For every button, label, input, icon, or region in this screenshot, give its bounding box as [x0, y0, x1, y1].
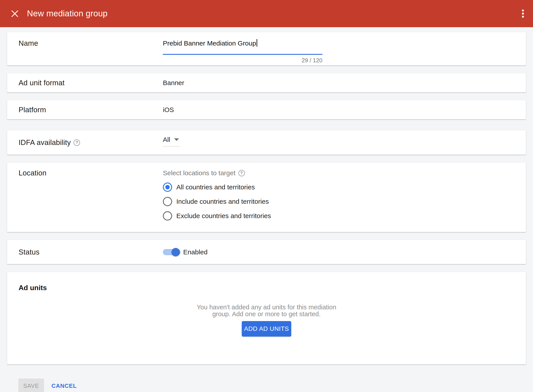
- radio-label: All countries and territories: [176, 183, 255, 191]
- platform-label: Platform: [19, 106, 163, 114]
- help-icon[interactable]: ?: [74, 140, 80, 146]
- idfa-label: IDFA availability: [19, 138, 71, 147]
- chevron-down-icon: [174, 138, 179, 141]
- radio-icon: [163, 211, 172, 220]
- toggle-knob-icon: [172, 248, 180, 256]
- save-button[interactable]: SAVE: [18, 378, 44, 392]
- empty-state-line: You haven't added any ad units for this …: [19, 304, 514, 311]
- ad-unit-format-label: Ad unit format: [19, 79, 163, 87]
- ad-units-heading: Ad units: [19, 284, 514, 292]
- platform-value: iOS: [163, 106, 174, 114]
- status-value: Enabled: [183, 248, 207, 256]
- name-input[interactable]: Prebid Banner Mediation Group: [163, 39, 323, 48]
- ad-units-card: Ad units You haven't added any ad units …: [7, 272, 526, 364]
- cancel-button[interactable]: CANCEL: [51, 383, 77, 389]
- radio-option-all-countries[interactable]: All countries and territories: [163, 182, 271, 192]
- help-icon[interactable]: ?: [238, 170, 245, 176]
- idfa-selected-value: All: [163, 135, 170, 144]
- radio-icon: [163, 182, 172, 192]
- add-ad-units-button[interactable]: ADD AD UNITS: [242, 321, 291, 336]
- idfa-select[interactable]: All: [163, 130, 180, 155]
- radio-option-include-countries[interactable]: Include countries and territories: [163, 197, 271, 206]
- select-underline: [163, 146, 180, 146]
- status-label: Status: [19, 248, 163, 256]
- name-label: Name: [19, 39, 163, 48]
- footer-actions: SAVE CANCEL: [7, 378, 526, 392]
- page-title: New mediation group: [27, 9, 108, 18]
- location-helper-text: Select locations to target: [163, 168, 236, 178]
- ad-unit-format-value: Banner: [163, 79, 184, 87]
- text-cursor: [257, 39, 257, 47]
- appbar: New mediation group: [0, 0, 533, 27]
- radio-option-exclude-countries[interactable]: Exclude countries and territories: [163, 211, 271, 221]
- name-input-value: Prebid Banner Mediation Group: [163, 40, 256, 47]
- input-underline: [163, 54, 323, 55]
- empty-state-line: group. Add one or more to get started.: [19, 311, 514, 317]
- close-icon[interactable]: [11, 10, 19, 18]
- platform-card: Platform iOS: [7, 100, 526, 119]
- status-card: Status Enabled: [7, 240, 526, 264]
- name-card: Name Prebid Banner Mediation Group 29 / …: [7, 32, 526, 65]
- location-label: Location: [19, 163, 163, 178]
- form-body: Name Prebid Banner Mediation Group 29 / …: [0, 27, 533, 392]
- radio-label: Exclude countries and territories: [176, 212, 271, 220]
- radio-label: Include countries and territories: [176, 198, 269, 205]
- kebab-menu-icon[interactable]: [522, 9, 524, 19]
- ad-unit-format-card: Ad unit format Banner: [7, 73, 526, 92]
- status-toggle[interactable]: [163, 249, 181, 255]
- char-counter: 29 / 120: [163, 57, 323, 64]
- radio-icon: [163, 197, 172, 206]
- idfa-card: IDFA availability ? All: [7, 130, 526, 155]
- location-card: Location Select locations to target ? Al…: [7, 163, 526, 232]
